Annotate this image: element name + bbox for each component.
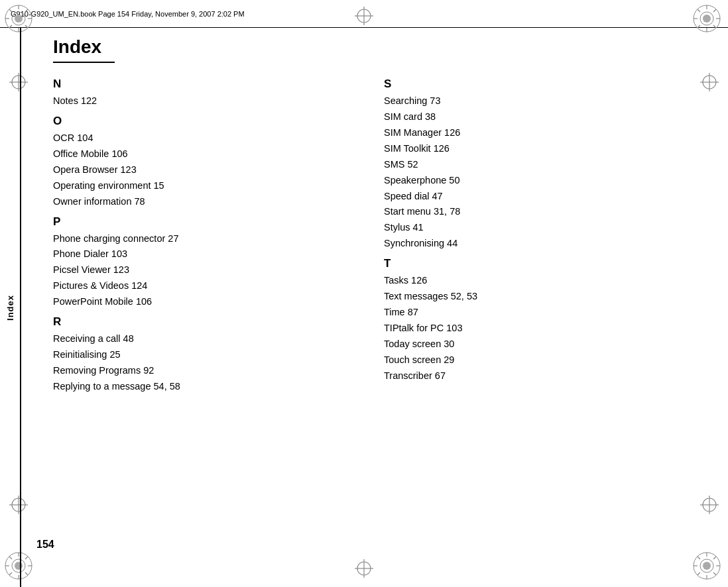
svg-point-12: [703, 15, 711, 23]
section-letter: P: [53, 215, 357, 229]
index-item: Phone Dialer 103: [53, 246, 357, 262]
section-group: RReceiving a call 48Reinitialising 25Rem…: [53, 315, 357, 395]
section-letter: O: [53, 115, 357, 128]
index-item: Phone charging connector 27: [53, 231, 357, 247]
crosshair-bottom-center-icon: [355, 559, 373, 578]
index-item: SIM card 38: [384, 109, 688, 125]
left-column: NNotes 122OOCR 104Office Mobile 106Opera…: [53, 78, 357, 400]
index-item: Touch screen 29: [384, 352, 688, 368]
starburst-tr-icon: [692, 3, 722, 34]
index-item: Replying to a message 54, 58: [53, 379, 357, 395]
index-item: Operating environment 15: [53, 178, 357, 194]
index-item: Pictures & Videos 124: [53, 278, 357, 294]
index-item: Opera Browser 123: [53, 162, 357, 178]
index-item: TIPtalk for PC 103: [384, 321, 688, 337]
section-letter: N: [53, 78, 357, 91]
index-item: Speakerphone 50: [384, 173, 688, 189]
corner-decoration-br: [692, 551, 725, 584]
sidebar-label: Index: [0, 28, 21, 587]
index-item: Tasks 126: [384, 273, 688, 289]
index-item: Office Mobile 106: [53, 146, 357, 162]
svg-line-29: [25, 557, 28, 559]
section-group: NNotes 122: [53, 78, 357, 109]
svg-line-42: [713, 572, 716, 575]
svg-line-19: [698, 25, 700, 28]
page-title: Index: [53, 36, 115, 63]
page-number: 154: [36, 539, 54, 551]
index-item: Notes 122: [53, 93, 357, 109]
svg-line-7: [25, 9, 28, 12]
header-text: G910-G920_UM_EN.book Page 154 Friday, No…: [11, 10, 245, 18]
svg-line-20: [713, 25, 716, 28]
index-item: Start menu 31, 78: [384, 204, 688, 220]
svg-point-34: [703, 562, 711, 570]
columns-container: NNotes 122OOCR 104Office Mobile 106Opera…: [53, 78, 688, 400]
index-item: SIM Manager 126: [384, 125, 688, 141]
svg-line-18: [713, 9, 716, 12]
index-item: OCR 104: [53, 131, 357, 146]
index-item: Stylus 41: [384, 220, 688, 236]
svg-point-1: [15, 15, 23, 23]
svg-line-31: [25, 572, 28, 575]
corner-decoration-tr: [692, 3, 725, 36]
index-item: Time 87: [384, 305, 688, 321]
index-item: SMS 52: [384, 157, 688, 173]
svg-line-40: [713, 557, 716, 559]
index-item: Today screen 30: [384, 337, 688, 352]
svg-line-6: [9, 9, 12, 12]
index-item: Reinitialising 25: [53, 347, 357, 363]
crosshair-right-top-icon: [700, 73, 719, 91]
svg-line-39: [698, 557, 700, 559]
section-letter: T: [384, 257, 688, 270]
section-letter: S: [384, 78, 688, 91]
page-container: G910-G920_UM_EN.book Page 154 Friday, No…: [0, 0, 728, 587]
crosshair-top-center-icon: [355, 7, 373, 25]
index-item: SIM Toolkit 126: [384, 141, 688, 157]
index-item: Removing Programs 92: [53, 363, 357, 379]
index-item: Receiving a call 48: [53, 331, 357, 347]
right-column: SSearching 73SIM card 38SIM Manager 126S…: [384, 78, 688, 400]
svg-line-41: [698, 572, 700, 575]
index-item: PowerPoint Mobile 106: [53, 294, 357, 310]
section-group: PPhone charging connector 27Phone Dialer…: [53, 215, 357, 311]
index-item: Synchronising 44: [384, 236, 688, 252]
section-group: OOCR 104Office Mobile 106Opera Browser 1…: [53, 115, 357, 210]
index-item: Transcriber 67: [384, 368, 688, 384]
sidebar-text: Index: [5, 295, 15, 321]
index-item: Searching 73: [384, 93, 688, 109]
index-item: Text messages 52, 53: [384, 289, 688, 305]
index-item: Owner information 78: [53, 194, 357, 210]
index-item: Speed dial 47: [384, 189, 688, 205]
main-content: Index NNotes 122OOCR 104Office Mobile 10…: [53, 36, 688, 551]
svg-line-9: [25, 25, 28, 28]
section-group: TTasks 126Text messages 52, 53Time 87TIP…: [384, 257, 688, 384]
section-letter: R: [53, 315, 357, 329]
svg-line-17: [698, 9, 700, 12]
starburst-br-icon: [692, 551, 722, 581]
section-group: SSearching 73SIM card 38SIM Manager 126S…: [384, 78, 688, 252]
index-item: Picsel Viewer 123: [53, 262, 357, 278]
crosshair-right-bottom-icon: [700, 496, 719, 514]
